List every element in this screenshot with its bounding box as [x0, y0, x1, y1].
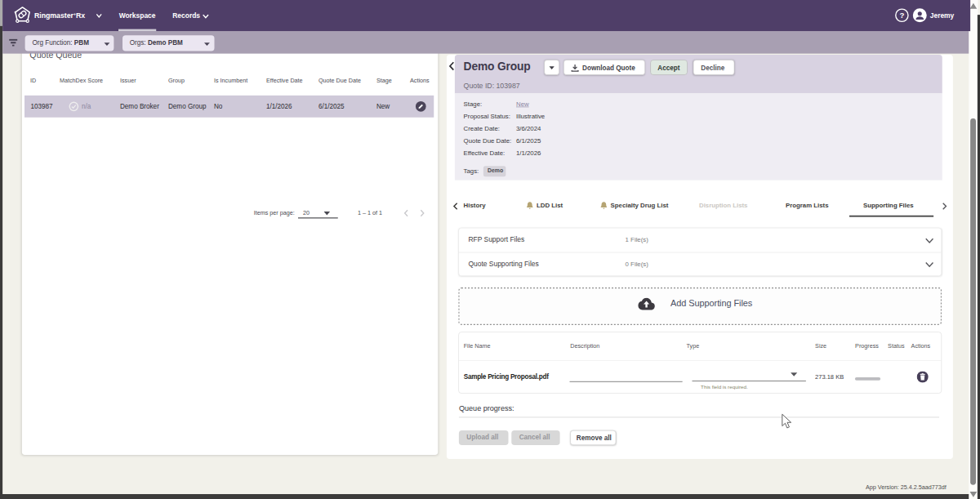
svg-text:?: ? [899, 11, 904, 20]
